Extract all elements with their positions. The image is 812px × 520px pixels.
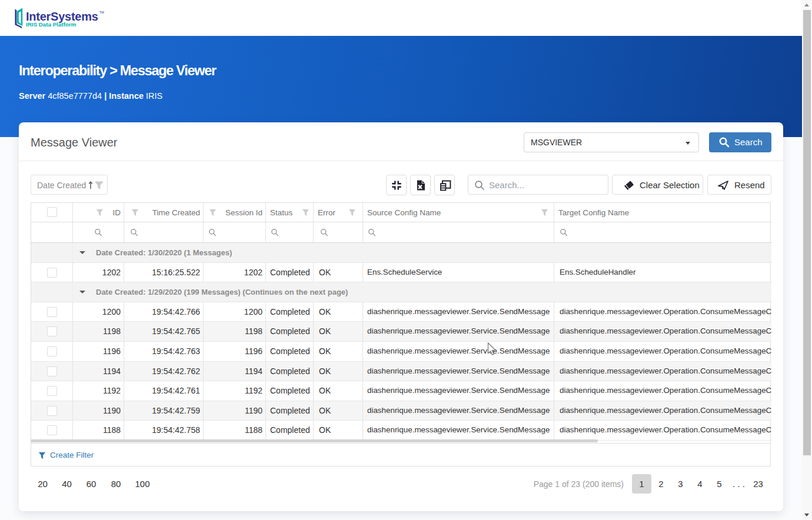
svg-text:IRIS Data Platform: IRIS Data Platform — [26, 21, 76, 28]
svg-text:TM: TM — [99, 11, 104, 14]
